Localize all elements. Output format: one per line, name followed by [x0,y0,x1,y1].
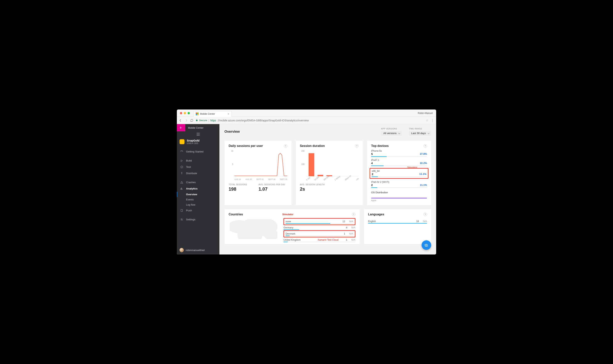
sidebar-sub-events[interactable]: Events [177,197,220,202]
sidebar: Mobile Center SnapGold EMEA GBB Getting … [177,124,220,255]
sidebar-item-build[interactable]: Build [177,157,220,164]
sidebar-item-label: Build [186,159,192,162]
address-bar-row: Secure | https://mobile.azure.com/orgs/E… [177,117,436,124]
card-title: Session duration [300,144,325,148]
browser-menu-icon[interactable]: ⋮ [431,118,434,123]
bar-chart-icon [306,150,359,176]
sliders-icon [180,218,183,221]
bar-chart-icon [180,187,183,190]
card-title: Daily sessions per user [229,144,263,148]
page-header: Overview APP VERSIONS All versions TIME … [220,124,436,139]
app-shell: Mobile Center SnapGold EMEA GBB Getting … [177,124,436,255]
sidebar-back-button[interactable] [177,124,185,131]
sidebar-item-getting-started[interactable]: Getting Started [177,148,220,155]
device-icon [180,209,183,212]
main-content: Overview APP VERSIONS All versions TIME … [220,124,436,255]
sidebar-sub-overview[interactable]: Overview [177,192,220,197]
warning-icon [180,181,183,184]
minimize-window-icon[interactable] [184,112,186,114]
tab-title: Mobile Center [200,113,215,115]
branch-icon [180,172,183,175]
back-icon[interactable] [179,119,182,122]
duration-chart: 200100 0-10s 10-30s 30s-1min [300,149,359,182]
language-row: English18N/A [368,219,427,223]
chat-icon [424,243,429,247]
filter-label: APP VERSIONS [381,128,402,130]
device-row-highlighted: x86_64 211.1% [370,168,429,179]
help-icon[interactable]: ? [352,213,355,216]
window-controls [178,112,191,114]
sidebar-item-label: Analytics [186,187,197,190]
sidebar-item-test[interactable]: Test [177,164,220,170]
sidebar-item-label: Distribute [186,172,197,175]
separator: | [209,119,209,122]
sidebar-item-distribute[interactable]: Distribute [177,170,220,176]
annotation-xtc: Xamarin Test Cloud [318,239,339,241]
sidebar-username: robinmanuelthiel [186,249,205,252]
url-protocol: https [210,119,216,122]
sidebar-item-analytics[interactable]: Analytics [177,185,220,192]
help-icon[interactable]: ? [284,144,287,148]
card-session-duration: Session duration? 200100 0-10s [296,141,363,205]
help-icon[interactable]: ? [355,144,358,148]
range-dropdown[interactable]: Last 30 days [409,130,431,136]
sidebar-item-label: Test [186,166,191,168]
stat-total-sessions: TOTAL SESSIONS 198 [229,183,247,192]
sidebar-sub-logflow[interactable]: Log flow [177,202,220,207]
sidebar-item-push[interactable]: Push [177,207,220,214]
hamburger-icon [196,133,200,136]
bookmark-icon[interactable]: ☆ [426,118,429,122]
app-name: SnapGold [187,139,199,142]
browser-profile[interactable]: Robin-Manuel [418,112,435,115]
svg-point-0 [181,166,183,168]
sidebar-toggle[interactable] [177,131,220,136]
browser-tab[interactable]: Mobile Center × [193,111,232,117]
sidebar-item-crashes[interactable]: Crashes [177,179,220,185]
avatar [180,248,184,252]
world-map [229,218,278,240]
forward-icon [184,119,188,122]
device-row: iPad Air 2 (Wi-Fi) 211.1% [371,181,427,188]
device-row: iPhone 6s 527.8% [371,150,427,157]
help-icon[interactable]: ? [423,213,427,216]
sidebar-item-label: Getting Started [186,150,204,153]
arrow-left-icon [179,126,183,130]
card-title: Languages [368,213,384,216]
close-tab-icon[interactable]: × [228,112,229,116]
card-countries: Countries Simulator ? none12N/A Germany4… [224,209,360,244]
intercom-fab[interactable] [422,240,431,250]
check-circle-icon [180,166,183,168]
stat-avg-length: AVG. SESSION LENGTH 2s [300,183,325,192]
country-row: United Kingdom Xamarin Test Cloud 1N/A [284,237,355,242]
os-distribution: OS Distribution Apple [371,191,427,202]
card-daily-sessions: Daily sessions per user? 105 AUG 18 AUG … [224,141,292,205]
svg-rect-1 [181,209,183,211]
country-row: Germany4N/A [284,225,355,229]
filter-range: TIME RANGE Last 30 days [409,128,431,136]
maximize-window-icon[interactable] [188,112,190,114]
card-languages: Languages? English18N/A [364,209,431,244]
sidebar-app-selector[interactable]: SnapGold EMEA GBB [177,136,220,145]
app-org: EMEA GBB [187,142,199,144]
filter-versions: APP VERSIONS All versions [381,128,402,136]
card-title: Top devices [371,144,389,148]
stat-avg-sessions: AVG. SESSIONS PER DAY 1.07 [259,183,285,192]
favicon-microsoft-icon [196,113,198,115]
address-bar[interactable]: Secure | https://mobile.azure.com/orgs/E… [196,119,423,122]
versions-dropdown[interactable]: All versions [381,130,402,136]
url-path: ://mobile.azure.com/orgs/EMEA-GBB/apps/S… [217,119,309,122]
app-icon [180,139,184,144]
browser-chrome: Mobile Center × Robin-Manuel Secure | ht… [177,109,436,124]
sidebar-item-settings[interactable]: Settings [177,216,220,223]
card-top-devices: Top devices? iPhone 6s 527.8% iPod7,1 42… [367,141,431,205]
help-icon[interactable]: ? [423,144,427,148]
sidebar-user[interactable]: robinmanuelthiel [177,246,220,255]
filter-label: TIME RANGE [409,128,431,130]
close-window-icon[interactable] [180,112,182,114]
tab-strip: Mobile Center × Robin-Manuel [177,109,436,117]
line-chart-icon [235,150,287,176]
reload-icon[interactable] [190,119,193,122]
country-row-highlighted: Denmark1N/A [284,230,355,237]
secure-label: Secure [199,119,207,122]
svg-rect-4 [308,153,314,176]
